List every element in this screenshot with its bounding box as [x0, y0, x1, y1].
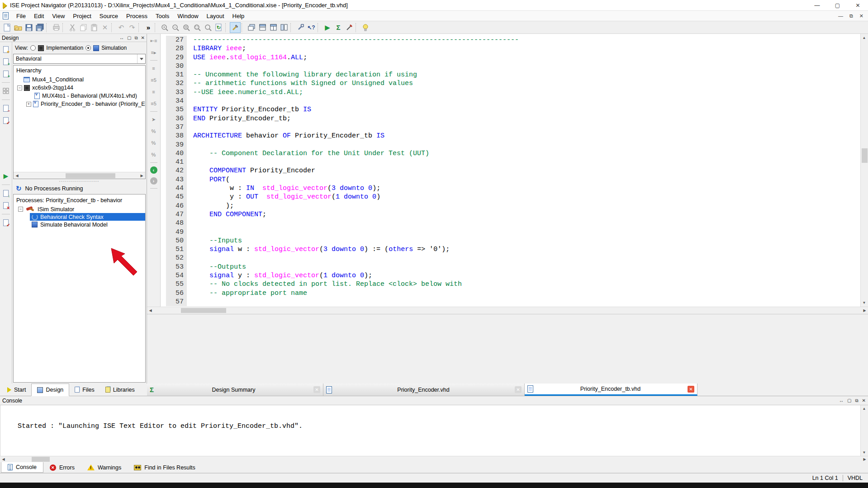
code-line[interactable]: 45 y : OUT std_logic_vector(1 downto 0) [161, 193, 860, 201]
tab-design[interactable]: Design [31, 384, 69, 396]
code-line[interactable]: 51 signal w : std_logic_vector(3 downto … [161, 245, 860, 254]
zoom-in-icon[interactable] [159, 22, 170, 33]
toggle-comment-icon[interactable]: % [150, 151, 158, 159]
run-process-icon[interactable]: ▶ [1, 171, 10, 180]
code-line[interactable]: 53 --Outputs [161, 263, 860, 271]
add-copy-of-source-icon[interactable]: + [1, 69, 10, 78]
code-area[interactable]: 27--------------------------------------… [161, 34, 860, 307]
print-icon[interactable] [51, 22, 62, 33]
tree-row[interactable]: MUX4to1 - Behavioral (MUX4to1.vhd) [14, 92, 145, 100]
collapse-expander-icon[interactable]: − [18, 207, 23, 212]
navigate-back-icon[interactable]: ‹ [150, 166, 157, 174]
code-line[interactable]: 42 COMPONENT Priority_Encoder [161, 166, 860, 175]
new-file-icon[interactable] [2, 22, 13, 33]
vscroll-thumb[interactable] [862, 148, 868, 163]
partition-icon[interactable] [1, 86, 10, 95]
code-line[interactable]: 56 -- appropriate port name [161, 289, 860, 298]
tab-libraries[interactable]: Libraries [100, 384, 140, 396]
tab-design-summary[interactable]: Σ Design Summary ✕ [147, 384, 323, 396]
new-source-icon[interactable]: ✦ [1, 45, 10, 54]
code-line[interactable]: 39 [161, 141, 860, 149]
code-line[interactable]: 31-- Uncomment the following library dec… [161, 71, 860, 79]
run-icon[interactable]: ▶ [322, 22, 333, 33]
scroll-right-icon[interactable]: ▶ [861, 308, 868, 313]
mdi-restore-icon[interactable]: ⧉ [849, 13, 853, 19]
simulation-mode-dropdown[interactable]: Behavioral [13, 54, 146, 64]
maximize-window-icon[interactable]: ▢ [827, 0, 848, 10]
code-line[interactable]: 37 [161, 123, 860, 132]
menu-item-view[interactable]: View [48, 12, 69, 20]
panel-float-icon[interactable]: ⧉ [855, 398, 858, 403]
console-vscrollbar[interactable]: ▲ ▼ [860, 405, 868, 456]
remove-source-icon[interactable]: − [1, 104, 10, 113]
code-line[interactable]: 55 -- No clocks detected in port list. R… [161, 280, 860, 289]
panel-maximize-icon[interactable]: ▢ [127, 35, 131, 41]
expand-expander-icon[interactable]: + [26, 102, 31, 107]
menu-item-source[interactable]: Source [95, 12, 122, 20]
menu-item-file[interactable]: File [12, 12, 30, 20]
menu-item-process[interactable]: Process [122, 12, 152, 20]
menu-item-window[interactable]: Window [173, 12, 202, 20]
code-line[interactable]: 48 [161, 219, 860, 227]
lightbulb-icon[interactable] [360, 22, 371, 33]
code-line[interactable]: 30 [161, 62, 860, 71]
copy-icon[interactable] [78, 22, 89, 33]
close-window-icon[interactable]: ✕ [848, 0, 868, 10]
stop-process-icon[interactable]: ✕ [1, 201, 10, 210]
scroll-left-icon[interactable]: ◀ [0, 457, 7, 461]
editor-hscrollbar[interactable]: ◀ ▶ [147, 307, 868, 314]
process-row-selected[interactable]: Behavioral Check Syntax [30, 213, 145, 221]
scroll-up-icon[interactable]: ▲ [861, 405, 868, 411]
close-tab-icon[interactable]: ✕ [313, 386, 320, 393]
scroll-left-icon[interactable]: ◀ [14, 174, 20, 178]
uncomment-icon[interactable]: % [150, 139, 158, 147]
refresh-file-icon[interactable]: ↻ [213, 22, 224, 33]
rerun-process-icon[interactable]: ↓ [1, 189, 10, 198]
code-line[interactable]: 34 [161, 97, 860, 105]
hierarchy-hscrollbar[interactable]: ◀ ▶ [14, 172, 145, 179]
code-line[interactable]: 49 [161, 228, 860, 237]
hscroll-thumb[interactable] [66, 173, 115, 178]
close-tab-icon[interactable]: ✕ [515, 386, 522, 393]
dropdown-chevron-icon[interactable] [137, 54, 145, 63]
scroll-up-icon[interactable]: ▲ [861, 34, 868, 40]
comment-icon[interactable]: % [150, 127, 158, 135]
menu-item-help[interactable]: Help [228, 12, 249, 20]
tab-warnings[interactable]: Warnings [81, 462, 128, 473]
code-line[interactable]: 29USE ieee.std_logic_1164.ALL; [161, 53, 860, 62]
simulation-radio[interactable] [85, 45, 91, 51]
console-output[interactable]: Started : "Launching ISE Text Editor to … [0, 405, 860, 456]
tree-row[interactable]: Mux4_1_Conditional [14, 76, 145, 84]
line-numbers-icon[interactable]: ≡5 [150, 99, 158, 108]
select-lines-icon[interactable]: ≡ [150, 88, 158, 96]
edit-highlight-icon[interactable] [230, 22, 241, 33]
scroll-right-icon[interactable]: ▶ [861, 457, 868, 461]
code-line[interactable]: 38ARCHITECTURE behavior OF Priority_Enco… [161, 132, 860, 140]
code-line[interactable]: 40 -- Component Declaration for the Unit… [161, 149, 860, 158]
menu-item-edit[interactable]: Edit [30, 12, 48, 20]
tab-start[interactable]: Start [2, 384, 31, 396]
menu-item-project[interactable]: Project [69, 12, 95, 20]
code-line[interactable]: 27--------------------------------------… [161, 36, 860, 44]
panel-dock-icon[interactable]: ↔ [119, 35, 124, 41]
code-line[interactable]: 43 PORT( [161, 175, 860, 184]
hscroll-thumb[interactable] [181, 308, 226, 313]
indent-icon[interactable]: ≡▸ [150, 48, 158, 57]
code-line[interactable]: 32-- arithmetic functions with Signed or… [161, 79, 860, 88]
tab-console[interactable]: Console [1, 462, 43, 473]
tree-row[interactable]: + Priority_Encoder_tb - behavior (Priori… [14, 100, 145, 108]
toolbar-overflow-chevron[interactable]: » [143, 22, 154, 33]
hscroll-thumb[interactable] [32, 457, 50, 462]
cut-icon[interactable] [67, 22, 78, 33]
tile-vertical-icon[interactable] [268, 22, 279, 33]
code-line[interactable]: 44 w : IN std_logic_vector(3 downto 0); [161, 184, 860, 193]
paste-icon[interactable] [89, 22, 100, 33]
code-line[interactable]: 54 signal y : std_logic_vector(1 downto … [161, 271, 860, 280]
panel-splitter[interactable]: •••••••••••••••••••• [12, 179, 147, 183]
outdent-icon[interactable]: ⇤≡ [150, 37, 158, 45]
code-line[interactable]: 36END Priority_Encoder_tb; [161, 114, 860, 123]
format-icon[interactable]: ≡ [150, 64, 158, 72]
tab-files[interactable]: Files [69, 384, 100, 396]
rerun-all-icon[interactable]: ✔ [1, 218, 10, 227]
code-line[interactable]: 28LIBRARY ieee; [161, 44, 860, 53]
